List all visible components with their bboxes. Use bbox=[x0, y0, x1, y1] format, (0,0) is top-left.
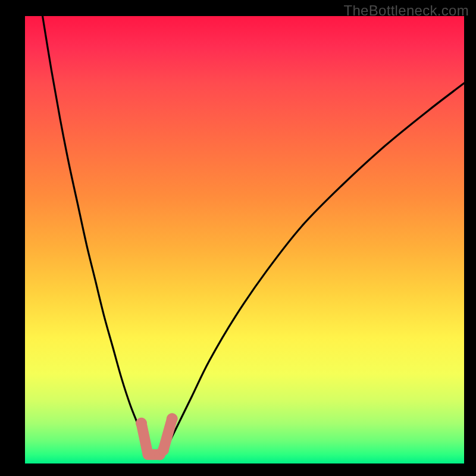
curve-svg bbox=[25, 16, 464, 464]
chart-frame: TheBottleneck.com bbox=[0, 0, 476, 476]
plot-area bbox=[25, 16, 464, 464]
marker-group bbox=[136, 414, 178, 460]
bottleneck-curve bbox=[43, 16, 464, 455]
marker-dot bbox=[167, 414, 177, 424]
